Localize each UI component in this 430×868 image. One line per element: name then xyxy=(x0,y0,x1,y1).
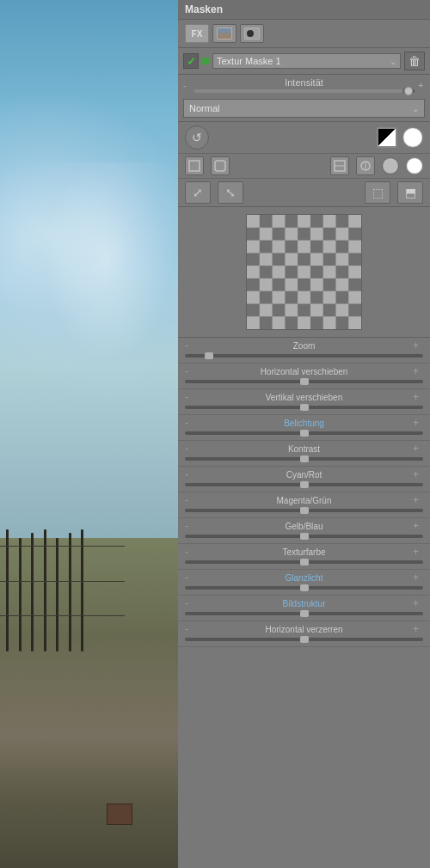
slider-minus-9[interactable]: - xyxy=(185,572,195,584)
panel-title-text: Masken xyxy=(185,3,223,15)
slider-plus-7[interactable]: + xyxy=(413,520,423,532)
sq-icon-svg-3 xyxy=(334,160,346,172)
sq-icon-svg-4 xyxy=(359,160,372,172)
intensity-minus[interactable]: - xyxy=(183,80,190,90)
slider-plus-10[interactable]: + xyxy=(413,597,423,609)
slider-minus-11[interactable]: - xyxy=(185,623,195,635)
photo-background xyxy=(0,0,178,868)
intensity-row: - Intensität + xyxy=(178,75,430,95)
slider-plus-6[interactable]: + xyxy=(413,494,423,506)
intensity-slider[interactable] xyxy=(194,89,415,93)
slider-label-8: Texturfarbe xyxy=(195,547,413,557)
slider-bar-2[interactable] xyxy=(185,404,423,411)
slider-plus-5[interactable]: + xyxy=(413,468,423,480)
slider-minus-0[interactable]: - xyxy=(185,339,195,351)
slider-plus-11[interactable]: + xyxy=(413,623,423,635)
action-btn-1[interactable]: ⤢ xyxy=(185,181,211,204)
slider-bar-10[interactable] xyxy=(185,610,423,617)
slider-minus-2[interactable]: - xyxy=(185,391,195,403)
slider-minus-7[interactable]: - xyxy=(185,520,195,532)
slider-minus-3[interactable]: - xyxy=(185,417,195,429)
slider-bar-7[interactable] xyxy=(185,533,423,540)
slider-plus-0[interactable]: + xyxy=(413,339,423,351)
icon-row-1: ↺ xyxy=(178,122,430,154)
preview-area xyxy=(178,207,430,338)
fx-button[interactable]: FX xyxy=(185,24,209,43)
icon-row-right xyxy=(377,127,423,148)
square-icon-1[interactable] xyxy=(185,156,204,175)
slider-minus-4[interactable]: - xyxy=(185,443,195,455)
svg-rect-1 xyxy=(215,161,225,171)
image-icon-2 xyxy=(244,28,260,40)
slider-plus-8[interactable]: + xyxy=(413,546,423,558)
sliders-section: -Zoom+-Horizontal verschieben+-Vertikal … xyxy=(178,338,430,868)
square-icon-3[interactable] xyxy=(330,156,349,175)
slider-bar-1[interactable] xyxy=(185,378,423,385)
intensity-plus[interactable]: + xyxy=(418,80,425,90)
slider-row-2: -Vertikal verschieben+ xyxy=(178,389,430,415)
sq-icon-svg-2 xyxy=(214,160,226,172)
slider-bar-5[interactable] xyxy=(185,481,423,488)
image-button-2[interactable] xyxy=(240,24,264,43)
slider-minus-1[interactable]: - xyxy=(185,365,195,377)
slider-minus-8[interactable]: - xyxy=(185,546,195,558)
blend-mode-label: Normal xyxy=(189,103,219,113)
mask-name-dropdown[interactable]: Textur Maske 1 ⌄ xyxy=(212,53,401,69)
slider-label-0: Zoom xyxy=(195,341,413,351)
slider-row-8: -Texturfarbe+ xyxy=(178,544,430,570)
slider-plus-4[interactable]: + xyxy=(413,443,423,455)
slider-label-6: Magenta/Grün xyxy=(195,496,413,505)
slider-label-9: Glanzlicht xyxy=(195,573,413,583)
slider-minus-6[interactable]: - xyxy=(185,494,195,506)
slider-bar-0[interactable] xyxy=(185,352,423,359)
action-icon-2: ⤡ xyxy=(225,186,236,199)
slider-plus-2[interactable]: + xyxy=(413,391,423,403)
slider-bar-3[interactable] xyxy=(185,430,423,437)
mask-visibility-toggle[interactable]: ✓ xyxy=(183,53,199,69)
slider-bar-6[interactable] xyxy=(185,507,423,514)
slider-row-7: -Gelb/Blau+ xyxy=(178,518,430,544)
slider-bar-11[interactable] xyxy=(185,636,423,643)
intensity-label: Intensität xyxy=(285,77,323,88)
slider-bar-9[interactable] xyxy=(185,584,423,591)
masken-panel: Masken FX ✓ Textur Maske 1 ⌄ 🗑 - Intensi… xyxy=(178,0,430,868)
slider-bar-4[interactable] xyxy=(185,455,423,462)
mask-delete-button[interactable]: 🗑 xyxy=(404,52,425,70)
image-button-1[interactable] xyxy=(212,24,236,43)
undo-button[interactable]: ↺ xyxy=(185,125,209,150)
mask-dropdown-chevron: ⌄ xyxy=(390,57,396,66)
blend-mode-row: Normal ⌄ xyxy=(178,95,430,122)
gray-circle-button[interactable] xyxy=(382,157,399,174)
image-icon-1 xyxy=(217,28,232,40)
action-btn-3[interactable]: ⬚ xyxy=(365,181,390,204)
texture-preview xyxy=(246,214,362,330)
icon-row-2 xyxy=(178,154,430,179)
action-row: ⤢ ⤡ ⬚ ⬒ xyxy=(178,179,430,207)
action-btn-4[interactable]: ⬒ xyxy=(397,181,423,204)
slider-label-10: Bildstruktur xyxy=(195,599,413,608)
action-icon-1: ⤢ xyxy=(193,186,203,199)
action-btn-2[interactable]: ⤡ xyxy=(218,181,243,204)
slider-row-11: -Horizontal verzerren+ xyxy=(178,621,430,647)
square-icon-2[interactable] xyxy=(211,156,230,175)
undo-icon: ↺ xyxy=(192,131,202,144)
intensity-control: Intensität xyxy=(194,77,415,93)
mask-color-indicator xyxy=(202,58,209,64)
blend-mode-dropdown[interactable]: Normal ⌄ xyxy=(183,99,425,118)
slider-row-0: -Zoom+ xyxy=(178,338,430,364)
slider-bar-8[interactable] xyxy=(185,559,423,565)
black-white-button[interactable] xyxy=(377,127,397,148)
mask-name-label: Textur Maske 1 xyxy=(217,56,281,66)
slider-minus-10[interactable]: - xyxy=(185,597,195,609)
white-circle-button[interactable] xyxy=(402,127,423,148)
slider-plus-1[interactable]: + xyxy=(413,365,423,377)
square-icon-4[interactable] xyxy=(356,156,375,175)
svg-rect-0 xyxy=(189,161,200,171)
slider-label-7: Gelb/Blau xyxy=(195,522,413,531)
slider-minus-5[interactable]: - xyxy=(185,468,195,480)
slider-plus-9[interactable]: + xyxy=(413,572,423,584)
white-circle-button-2[interactable] xyxy=(406,157,423,174)
slider-row-9: -Glanzlicht+ xyxy=(178,570,430,596)
slider-row-3: -Belichtung+ xyxy=(178,415,430,441)
slider-plus-3[interactable]: + xyxy=(413,417,423,429)
